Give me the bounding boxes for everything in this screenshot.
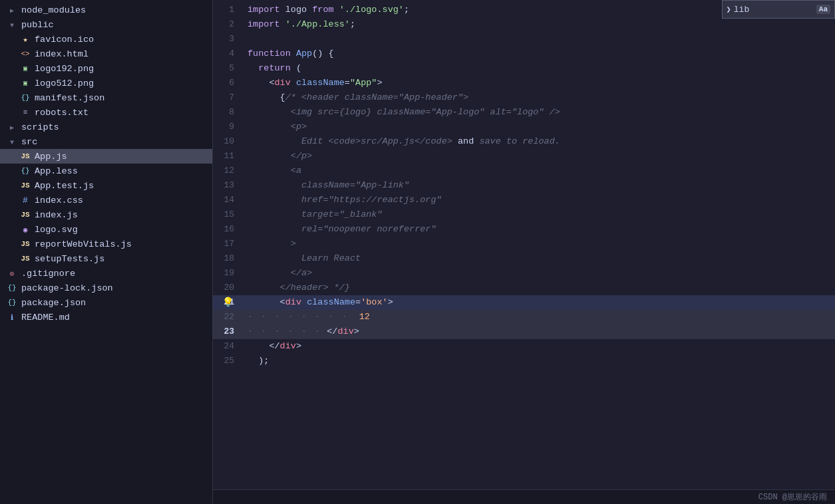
line-number: 1 xyxy=(213,3,245,17)
img-icon: ▣ xyxy=(19,64,32,72)
line-number: 6 xyxy=(213,76,245,90)
file-explorer: node_modules public ★ favicon.ico <> ind… xyxy=(0,0,213,504)
search-input[interactable] xyxy=(734,5,814,15)
code-line: 10 Edit <code>src/App.js</code> and save… xyxy=(213,134,835,149)
line-number: 22 xyxy=(213,310,245,324)
sidebar-item-label: .gitignore xyxy=(21,269,75,279)
sidebar-item-label: logo512.png xyxy=(35,78,94,88)
sidebar-item-reportwebvitals[interactable]: JS reportWebVitals.js xyxy=(0,237,212,251)
code-line: 25 ); xyxy=(213,354,835,368)
arrow-down-icon xyxy=(5,137,19,147)
line-number: 3 xyxy=(213,32,245,47)
sidebar-item-app-js[interactable]: JS App.js xyxy=(0,149,212,164)
code-line: 24 </div> xyxy=(213,339,835,354)
line-number: 8 xyxy=(213,105,245,120)
sidebar-item-logo-svg[interactable]: ◉ logo.svg xyxy=(0,222,212,237)
sidebar-item-label: logo.svg xyxy=(35,225,78,235)
search-prev-icon[interactable]: ❯ xyxy=(727,5,731,15)
json-icon: {} xyxy=(5,299,19,307)
sidebar-item-app-test[interactable]: JS App.test.js xyxy=(0,178,212,193)
sidebar-item-logo192[interactable]: ▣ logo192.png xyxy=(0,61,212,76)
editor-wrapper: ❯ Aa 1 import logo from './logo.svg'; 2 … xyxy=(213,0,835,504)
sidebar-item-manifest[interactable]: {} manifest.json xyxy=(0,90,212,105)
code-line: 9 <p> xyxy=(213,120,835,134)
code-line: 23 · · · · · · </div> xyxy=(213,324,835,339)
sidebar-item-package-lock[interactable]: {} package-lock.json xyxy=(0,281,212,295)
js-icon: JS xyxy=(19,255,32,263)
js-icon: JS xyxy=(19,152,32,160)
search-bar[interactable]: ❯ Aa xyxy=(722,0,835,19)
js-icon: JS xyxy=(19,182,32,189)
html-icon: <> xyxy=(19,50,32,58)
sidebar-item-readme[interactable]: ℹ README.md xyxy=(0,310,212,324)
line-content xyxy=(245,32,835,47)
line-number: 12 xyxy=(213,164,245,178)
line-content: <a xyxy=(245,164,835,178)
line-content: rel="noopener noreferrer" xyxy=(245,222,835,237)
code-line: 7 {/* <header className="App-header"> xyxy=(213,90,835,105)
sidebar-item-logo512[interactable]: ▣ logo512.png xyxy=(0,76,212,90)
sidebar-item-index-css[interactable]: # index.css xyxy=(0,193,212,207)
line-number: 18 xyxy=(213,251,245,266)
line-number: 4 xyxy=(213,47,245,61)
code-line: 11 </p> xyxy=(213,149,835,164)
txt-icon: ≡ xyxy=(19,108,32,116)
line-content: Edit <code>src/App.js</code> and save to… xyxy=(245,134,835,149)
line-content: <p> xyxy=(245,120,835,134)
favicon-icon: ★ xyxy=(19,35,32,45)
line-number: 11 xyxy=(213,149,245,164)
code-line: 8 <img src={logo} className="App-logo" a… xyxy=(213,105,835,120)
line-content: </a> xyxy=(245,266,835,281)
line-content: <img src={logo} className="App-logo" alt… xyxy=(245,105,835,120)
sidebar-item-public[interactable]: public xyxy=(0,17,212,32)
line-content: ); xyxy=(245,354,835,368)
sidebar-item-node_modules[interactable]: node_modules xyxy=(0,3,212,17)
code-area[interactable]: 1 import logo from './logo.svg'; 2 impor… xyxy=(213,0,835,489)
css-icon: # xyxy=(19,195,32,205)
code-editor: 1 import logo from './logo.svg'; 2 impor… xyxy=(213,0,835,504)
line-number: 13 xyxy=(213,178,245,193)
sidebar-item-favicon[interactable]: ★ favicon.ico xyxy=(0,32,212,47)
sidebar-item-package-json[interactable]: {} package.json xyxy=(0,295,212,310)
js-icon: JS xyxy=(19,240,32,248)
arrow-right-icon xyxy=(5,122,19,132)
line-content: target="_blank" xyxy=(245,207,835,222)
sidebar-item-index-js[interactable]: JS index.js xyxy=(0,207,212,222)
sidebar-item-label: index.css xyxy=(35,195,83,205)
sidebar-item-label: App.js xyxy=(35,152,67,162)
line-content: · · · · · · </div> xyxy=(245,324,835,339)
line-number: 2 xyxy=(213,17,245,32)
git-icon: ⊙ xyxy=(5,269,19,278)
code-line: 19 </a> xyxy=(213,266,835,281)
line-number: 17 xyxy=(213,237,245,251)
sidebar-item-label: node_modules xyxy=(21,5,86,15)
line-content: <div className="App"> xyxy=(245,76,835,90)
credit-text: CSDN @崽崽的谷雨 xyxy=(758,491,827,503)
code-line: 6 <div className="App"> xyxy=(213,76,835,90)
match-case-button[interactable]: Aa xyxy=(816,5,830,14)
hint-dots: · · · · · · xyxy=(248,326,321,336)
sidebar-item-index-html[interactable]: <> index.html xyxy=(0,47,212,61)
sidebar-item-scripts[interactable]: scripts xyxy=(0,120,212,134)
sidebar-item-gitignore[interactable]: ⊙ .gitignore xyxy=(0,266,212,281)
line-number: 23 xyxy=(213,324,245,339)
less-icon: {} xyxy=(19,167,32,175)
bottom-bar: CSDN @崽崽的谷雨 xyxy=(213,489,835,504)
svg-icon: ◉ xyxy=(19,225,32,234)
sidebar-item-robots[interactable]: ≡ robots.txt xyxy=(0,105,212,120)
line-number: 10 xyxy=(213,134,245,149)
sidebar-item-label: favicon.ico xyxy=(35,35,94,45)
sidebar-item-label: index.js xyxy=(35,210,78,220)
lightbulb-icon[interactable]: 💡 xyxy=(222,295,234,310)
js-icon: JS xyxy=(19,211,32,219)
sidebar-item-label: public xyxy=(21,20,54,30)
line-content: className="App-link" xyxy=(245,178,835,193)
sidebar-item-src[interactable]: src xyxy=(0,134,212,149)
line-number: 5 xyxy=(213,61,245,76)
sidebar-item-app-less[interactable]: {} App.less xyxy=(0,164,212,178)
info-icon: ℹ xyxy=(5,313,19,322)
sidebar-item-setuptests[interactable]: JS setupTests.js xyxy=(0,251,212,266)
code-line-active: 21 💡 <div className='box'> xyxy=(213,295,835,310)
img-icon: ▣ xyxy=(19,79,32,87)
code-line: 17 > xyxy=(213,237,835,251)
